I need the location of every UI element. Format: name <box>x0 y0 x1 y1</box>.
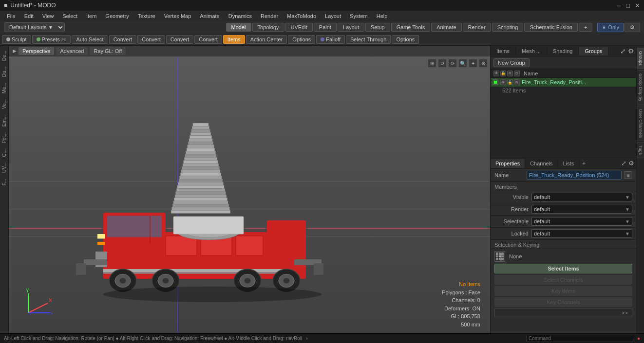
tab-render[interactable]: Render <box>463 23 491 32</box>
rt-tab-groups[interactable]: Groups <box>579 47 608 55</box>
menu-vertex-map[interactable]: Vertex Map <box>160 12 195 20</box>
tab-uvedit[interactable]: UVEdit <box>285 23 313 32</box>
key-channels-button[interactable]: Key Channels <box>494 297 632 307</box>
rs-tab-tags[interactable]: Tags <box>637 142 644 158</box>
left-tab-2[interactable]: Me... <box>0 80 8 96</box>
select-through-button[interactable]: Select Through <box>346 35 391 44</box>
group-checkbox[interactable] <box>492 79 498 85</box>
left-tab-3[interactable]: Ve... <box>0 96 8 112</box>
name-input[interactable] <box>527 171 622 180</box>
viewport-collapse-icon[interactable]: ▶ <box>13 48 17 54</box>
prop-settings-icon[interactable]: ⚙ <box>628 160 634 167</box>
menu-help[interactable]: Help <box>373 12 392 20</box>
expand-icon[interactable]: ⤢ <box>620 47 626 55</box>
falloff-button[interactable]: Falloff <box>316 35 345 44</box>
name-options-icon[interactable]: ≡ <box>625 171 632 179</box>
menu-select[interactable]: Select <box>58 12 81 20</box>
more-button[interactable]: >> <box>494 308 632 317</box>
left-tab-8[interactable]: F... <box>0 176 8 188</box>
tab-model[interactable]: Model <box>226 23 251 32</box>
left-tab-4[interactable]: Em... <box>0 112 8 129</box>
tab-topology[interactable]: Topology <box>252 23 284 32</box>
panel-settings-icon[interactable]: ⚙ <box>628 47 634 55</box>
vp-ctrl-5[interactable]: ✦ <box>469 59 477 68</box>
menu-maxtomodo[interactable]: MaxToModo <box>283 12 320 20</box>
groups-list-row[interactable]: 👁 🔒 R Fire_Truck_Ready_Positi... <box>491 78 636 87</box>
viewport-tab-advanced[interactable]: Advanced <box>56 47 88 55</box>
menu-edit[interactable]: Edit <box>20 12 38 20</box>
viewport-tab-raygl[interactable]: Ray GL: Off <box>90 47 126 55</box>
left-tab-6[interactable]: C... <box>0 146 8 160</box>
close-button[interactable]: ✕ <box>635 2 640 9</box>
menu-item[interactable]: Item <box>82 12 100 20</box>
menu-texture[interactable]: Texture <box>134 12 159 20</box>
convert4-button[interactable]: Convert <box>194 35 222 44</box>
only-button[interactable]: ★ Only <box>597 23 624 32</box>
command-input[interactable] <box>526 335 633 342</box>
options1-button[interactable]: Options <box>288 35 315 44</box>
viewport-content[interactable]: X Y Z ⊞ ↺ ⟳ 🔍 ✦ ⚙ No Items Polygons : Fa <box>9 56 490 333</box>
tab-setup[interactable]: Setup <box>365 23 390 32</box>
auto-select-button[interactable]: Auto Select <box>72 35 108 44</box>
presets-button[interactable]: Presets F6 <box>32 35 71 44</box>
prop-tab-lists[interactable]: Lists <box>558 159 580 168</box>
rt-tab-mesh[interactable]: Mesh ... <box>516 47 547 55</box>
viewport[interactable]: ▶ Perspective Advanced Ray GL: Off <box>9 46 490 333</box>
key-items-button[interactable]: Key Items <box>494 286 632 296</box>
options2-button[interactable]: Options <box>392 35 419 44</box>
left-tab-1[interactable]: Du... <box>0 64 8 80</box>
items-button[interactable]: Items <box>223 35 245 44</box>
vp-ctrl-1[interactable]: ⊞ <box>428 59 436 68</box>
prop-tab-channels[interactable]: Channels <box>525 159 558 168</box>
tab-add[interactable]: + <box>579 23 592 32</box>
prop-expand-icon[interactable]: ⤢ <box>621 160 626 167</box>
visible-dropdown[interactable]: default ▼ <box>531 193 632 201</box>
vp-ctrl-6[interactable]: ⚙ <box>479 59 488 68</box>
sculpt-button[interactable]: Sculpt <box>2 35 31 44</box>
tab-game-tools[interactable]: Game Tools <box>391 23 431 32</box>
new-group-button[interactable]: New Group <box>493 58 530 67</box>
status-expand-icon[interactable]: › <box>306 336 307 341</box>
minimize-button[interactable]: ─ <box>617 2 621 9</box>
rs-tab-groups[interactable]: Groups <box>637 48 644 69</box>
prop-tab-properties[interactable]: Properties <box>491 159 525 168</box>
tab-scripting[interactable]: Scripting <box>492 23 524 32</box>
tab-animate[interactable]: Animate <box>431 23 461 32</box>
menu-system[interactable]: System <box>346 12 372 20</box>
layout-selector[interactable]: Default Layouts ▼ <box>4 22 65 32</box>
maximize-button[interactable]: □ <box>626 2 630 9</box>
vp-ctrl-4[interactable]: 🔍 <box>458 59 467 68</box>
menu-layout[interactable]: Layout <box>321 12 345 20</box>
locked-dropdown[interactable]: default ▼ <box>531 229 632 238</box>
convert3-button[interactable]: Convert <box>166 35 194 44</box>
menu-geometry[interactable]: Geometry <box>101 12 133 20</box>
tab-schematic-fusion[interactable]: Schematic Fusion <box>524 23 577 32</box>
convert1-button[interactable]: Convert <box>109 35 137 44</box>
select-channels-button[interactable]: Select Channels <box>494 275 632 285</box>
viewport-tab-perspective[interactable]: Perspective <box>19 47 54 55</box>
menu-dynamics[interactable]: Dynamics <box>225 12 256 20</box>
left-tab-5[interactable]: Pol... <box>0 129 8 146</box>
action-center-button[interactable]: Action Center <box>246 35 287 44</box>
render-dropdown[interactable]: default ▼ <box>531 205 632 214</box>
vp-ctrl-2[interactable]: ↺ <box>438 59 447 68</box>
settings-button[interactable]: ⚙ <box>625 23 640 32</box>
rs-tab-group-display[interactable]: Group Display <box>637 70 644 105</box>
menu-view[interactable]: View <box>38 12 58 20</box>
select-items-button[interactable]: Select Items <box>494 264 632 273</box>
prop-tab-add[interactable]: + <box>579 159 588 168</box>
menu-animate[interactable]: Animate <box>196 12 223 20</box>
rt-tab-shading[interactable]: Shading <box>547 47 579 55</box>
vp-ctrl-3[interactable]: ⟳ <box>448 59 457 68</box>
tab-paint[interactable]: Paint <box>314 23 337 32</box>
selectable-dropdown[interactable]: default ▼ <box>531 217 632 226</box>
convert2-button[interactable]: Convert <box>137 35 165 44</box>
menu-render[interactable]: Render <box>257 12 282 20</box>
tab-layout[interactable]: Layout <box>338 23 364 32</box>
svg-rect-13 <box>183 163 219 166</box>
left-tab-0[interactable]: De... <box>0 48 8 64</box>
rs-tab-user-channels[interactable]: User Channels <box>637 106 644 142</box>
rt-tab-items[interactable]: Items <box>491 47 516 55</box>
left-tab-7[interactable]: UV... <box>0 160 8 176</box>
menu-file[interactable]: File <box>3 12 19 20</box>
